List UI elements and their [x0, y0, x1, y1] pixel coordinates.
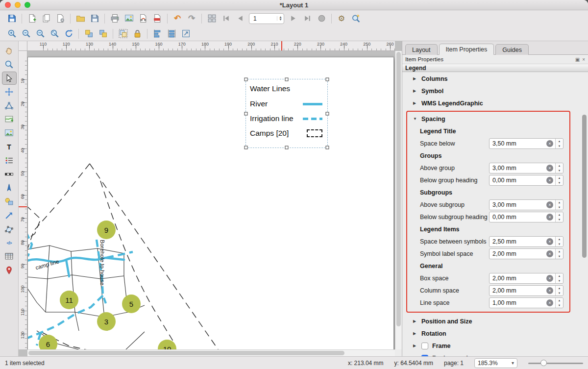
tab-item-properties[interactable]: Item Properties — [439, 44, 494, 55]
add-legend-button[interactable] — [2, 154, 17, 167]
stepper-up-icon[interactable]: ▲ — [556, 163, 563, 168]
scrollbar-thumb[interactable] — [582, 115, 587, 258]
zoom-full-button[interactable] — [48, 27, 61, 40]
line-space-input[interactable]: 1,00 mm×▲▼ — [489, 297, 564, 308]
add-picture-button[interactable] — [2, 126, 17, 140]
clear-icon[interactable]: × — [546, 201, 553, 208]
group-items-button[interactable] — [116, 27, 130, 40]
zoom-window-button[interactable] — [24, 2, 30, 8]
stepper[interactable]: ▲▼ — [555, 200, 563, 210]
stepper-down-icon[interactable]: ▼ — [556, 217, 563, 222]
export-svg-button[interactable] — [136, 12, 150, 25]
add-arrow-button[interactable] — [2, 209, 17, 222]
stepper-down-icon[interactable]: ▼ — [556, 278, 563, 283]
new-layout-button[interactable] — [25, 12, 39, 25]
distribute-items-button[interactable] — [165, 27, 178, 40]
atlas-settings-button[interactable]: ⚙ — [335, 12, 348, 25]
stepper-up-icon[interactable]: ▲ — [556, 237, 563, 242]
section-checkbox[interactable] — [421, 343, 428, 349]
stepper-down-icon[interactable]: ▼ — [556, 180, 563, 185]
space-below-input[interactable]: 3,50 mm×▲▼ — [489, 138, 564, 149]
atlas-next-feature-button[interactable] — [286, 12, 300, 25]
selection-handle[interactable] — [285, 78, 289, 81]
panel-section-rotation[interactable]: ▶Rotation — [402, 327, 581, 340]
atlas-export-button[interactable] — [315, 12, 328, 25]
canvas-vertical-scrollbar[interactable] — [395, 51, 402, 349]
zoom-in-button[interactable] — [5, 27, 19, 40]
clear-icon[interactable]: × — [546, 165, 553, 172]
refresh-view-button[interactable] — [62, 27, 75, 40]
stepper[interactable]: ▲▼ — [555, 237, 563, 246]
stepper[interactable]: ▲▼ — [555, 139, 563, 148]
atlas-previous-feature-button[interactable] — [233, 12, 247, 25]
close-window-button[interactable] — [5, 2, 11, 8]
panel-section-spacing[interactable]: ▼ Spacing — [407, 113, 569, 125]
add-scalebar-button[interactable] — [2, 168, 17, 181]
box-space-input[interactable]: 2,00 mm×▲▼ — [489, 273, 564, 284]
add-north-arrow-button[interactable] — [2, 181, 17, 195]
tab-guides[interactable]: Guides — [495, 44, 529, 55]
export-pdf-button[interactable] — [150, 12, 164, 25]
stepper-up-icon[interactable]: ▲ — [556, 249, 563, 254]
clear-icon[interactable]: × — [546, 177, 553, 184]
scrollbar-thumb[interactable] — [28, 351, 344, 355]
layout-canvas[interactable]: 1101201301401501601701801902002102202302… — [19, 41, 402, 356]
below-group-heading-input[interactable]: 0,00 mm×▲▼ — [489, 175, 564, 186]
stepper[interactable]: ▲▼ — [555, 298, 563, 308]
print-button[interactable] — [108, 12, 122, 25]
panel-section-position-and-size[interactable]: ▶Position and Size — [402, 315, 581, 327]
stepper[interactable]: ▲▼ — [555, 249, 563, 259]
move-item-content-tool-button[interactable] — [2, 85, 17, 98]
stepper-down-icon[interactable]: ▼ — [556, 168, 563, 173]
canvas-viewport[interactable]: 91153610 camp lineBorehole to house Wate… — [27, 51, 395, 349]
selection-handle[interactable] — [285, 146, 289, 149]
add-shape-button[interactable] — [2, 195, 17, 208]
duplicate-layout-button[interactable] — [39, 12, 53, 25]
selection-handle[interactable] — [245, 78, 248, 81]
atlas-last-feature-button[interactable] — [300, 12, 314, 25]
stepper-up-icon[interactable]: ▲ — [556, 200, 563, 205]
clear-icon[interactable]: × — [546, 238, 553, 245]
clear-icon[interactable]: × — [546, 299, 553, 306]
panel-section-background[interactable]: ▶✓Background — [402, 352, 581, 356]
stepper[interactable]: ▲▼ — [555, 273, 563, 283]
collapse-arrow-icon[interactable]: ▼ — [413, 117, 417, 121]
float-panel-icon[interactable]: ▣ — [575, 57, 580, 62]
legend-item-frame[interactable]: Water Lines RiverIrrigation lineCamps [2… — [245, 79, 328, 148]
zoom-slider[interactable] — [528, 359, 583, 367]
selection-handle[interactable] — [326, 78, 329, 81]
above-group-input[interactable]: 3,00 mm×▲▼ — [489, 163, 564, 173]
space-between-symbols-input[interactable]: 2,50 mm×▲▼ — [489, 236, 564, 247]
clear-icon[interactable]: × — [546, 250, 553, 257]
atlas-first-feature-button[interactable] — [219, 12, 233, 25]
stepper-up-icon[interactable]: ▲ — [556, 286, 563, 291]
stepper-up-icon[interactable]: ▲ — [556, 139, 563, 144]
pan-tool-button[interactable] — [2, 44, 17, 57]
stepper-down-icon[interactable]: ▼ — [556, 205, 563, 210]
clear-icon[interactable]: × — [546, 287, 553, 294]
clear-icon[interactable]: × — [546, 140, 553, 147]
save-as-template-button[interactable] — [88, 12, 101, 25]
minimize-window-button[interactable] — [15, 2, 21, 8]
panel-scrollbar[interactable] — [582, 73, 588, 356]
refresh-preview-button[interactable] — [349, 12, 363, 25]
stepper-up-icon[interactable]: ▲ — [556, 298, 563, 303]
selection-handle[interactable] — [245, 146, 248, 149]
save-project-button[interactable] — [5, 12, 19, 25]
stepper-down-icon[interactable]: ▼ — [556, 242, 563, 246]
stepper-down-icon[interactable]: ▼ — [556, 144, 563, 148]
stepper-up-icon[interactable]: ▲ — [556, 273, 563, 278]
stepper-down-icon[interactable]: ▼ — [556, 291, 563, 295]
undo-button[interactable]: ↶ — [171, 12, 184, 25]
stepper[interactable]: ▲▼ — [555, 286, 563, 295]
zoom-tool-button[interactable] — [2, 58, 17, 71]
redo-button[interactable]: ↷ — [185, 12, 198, 25]
add-html-button[interactable]: </> — [2, 236, 17, 249]
selection-handle[interactable] — [245, 112, 248, 115]
stepper[interactable]: ▲▼ — [555, 212, 563, 222]
stepper-down-icon[interactable]: ▼ — [556, 303, 563, 308]
add-node-item-button[interactable] — [2, 222, 17, 236]
stepper-up-icon[interactable]: ▲ — [556, 175, 563, 180]
selection-handle[interactable] — [326, 112, 329, 115]
panel-section-columns[interactable]: ▶Columns — [402, 73, 581, 85]
